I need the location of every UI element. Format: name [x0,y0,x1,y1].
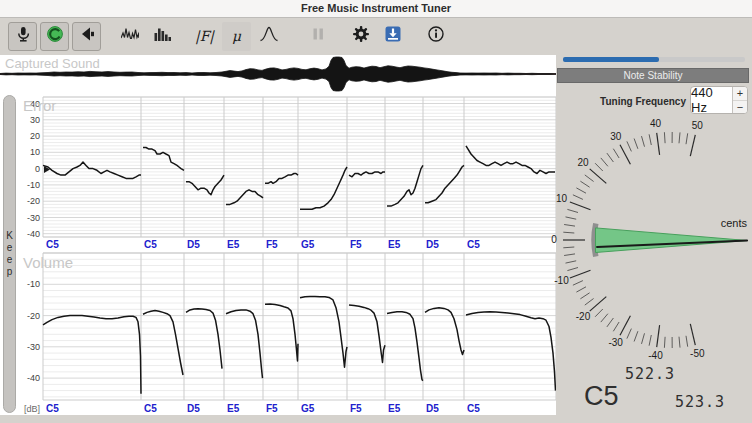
svg-text:-40: -40 [648,350,663,361]
svg-text:-40: -40 [27,229,40,239]
speaker-icon [78,25,96,47]
series-E5 [226,190,263,205]
svg-text:50: 50 [692,120,704,131]
note-stability-header: Note Stability [557,68,749,83]
settings-button[interactable] [346,22,375,51]
note-stability-label: Note Stability [624,70,683,81]
gear-icon [352,25,370,47]
svg-text:-20: -20 [27,196,40,206]
svg-text:-10: -10 [27,279,40,289]
note-label: C5 [46,239,59,250]
cents-gauge: -50-40-30-20-1001020304050cents [546,115,752,367]
series-C5 [43,316,141,394]
svg-text:[dB]: [dB] [24,404,40,414]
series-F5 [349,305,385,363]
svg-text:20: 20 [577,157,589,168]
series-F5 [265,304,298,361]
note-label: E5 [227,403,240,414]
increment-button[interactable]: + [733,87,747,101]
waveform-view-button[interactable] [115,22,144,51]
decrement-button[interactable]: − [733,101,747,114]
note-stability-progress-fill [563,57,659,62]
series-E5 [226,310,263,378]
svg-text:30: 30 [610,131,622,142]
series-C5 [466,312,556,391]
svg-text:-30: -30 [608,337,623,348]
titlebar: Free Music Instrument Tuner [0,0,752,18]
info-icon [427,25,445,47]
fourier-view-button[interactable]: |F| [190,22,219,51]
note-label: C5 [467,239,480,250]
tuner-logo-icon [46,25,64,47]
keep-slider[interactable]: Keep [3,95,16,413]
microphone-button[interactable] [8,22,37,51]
note-label: D5 [187,239,200,250]
svg-text:0: 0 [35,164,40,174]
tuning-frequency-spinbox[interactable]: 440 Hz + − [690,86,748,114]
svg-text:-20: -20 [576,311,591,322]
captured-sound-view: Captured Sound [0,55,556,93]
tuning-frequency-steppers: + − [732,87,747,113]
note-label: C5 [144,403,157,414]
note-label: F5 [350,239,362,250]
note-label: G5 [301,239,315,250]
tuner-toggle-button[interactable] [40,22,69,51]
svg-text:-30: -30 [27,342,40,352]
keep-slider-label: Keep [4,230,15,278]
gauge-unit-label: cents [721,217,748,229]
note-label: D5 [426,403,439,414]
svg-text:Volume: Volume [23,254,73,271]
svg-text:40: 40 [650,118,662,129]
series-C5 [466,146,555,174]
pause-icon [309,25,327,47]
charts-pane: Captured Sound 403020100-10-20-30-40C5C5… [0,55,556,415]
series-D5 [425,165,464,202]
fourier-icon: |F| [195,29,214,43]
svg-text:-20: -20 [27,311,40,321]
microphone-icon [14,25,32,47]
toolbar: |F| μ [0,18,752,54]
detected-note-readout: C5 [584,381,619,412]
error-chart: 403020100-10-20-30-40C5C5D5E5F5G5F5E5D5C… [0,95,556,250]
note-label: F5 [266,403,278,414]
svg-text:10: 10 [30,147,40,157]
svg-text:-10: -10 [27,180,40,190]
speaker-button[interactable] [72,22,101,51]
note-label: E5 [388,403,401,414]
pause-button[interactable] [303,22,332,51]
note-stability-progress [563,57,745,62]
note-label: F5 [266,239,278,250]
tuning-frequency-value[interactable]: 440 Hz [691,87,732,113]
svg-text:-30: -30 [27,213,40,223]
gaussian-view-button[interactable] [254,22,283,51]
note-label: C5 [144,239,157,250]
series-G5 [300,297,347,368]
save-button[interactable] [378,22,407,51]
volume-chart: -10-20-30-40C5C5D5E5F5G5F5E5D5C5[dB]Volu… [0,250,556,415]
window-title: Free Music Instrument Tuner [301,2,451,14]
svg-text:Error: Error [23,97,56,114]
note-label: C5 [467,403,480,414]
histogram-icon [153,25,171,47]
captured-sound-title: Captured Sound [5,56,100,71]
svg-text:10: 10 [556,193,568,204]
gaussian-curve-icon [260,25,278,47]
tuning-frequency-label: Tuning Frequency [556,96,686,107]
svg-text:0: 0 [551,234,557,245]
save-icon [384,25,402,47]
mu-icon: μ [232,29,241,43]
note-label: E5 [388,239,401,250]
svg-text:-40: -40 [27,373,40,383]
note-label: G5 [301,403,315,414]
statistics-view-button[interactable]: μ [222,22,251,51]
tuner-panel: Note Stability Tuning Frequency 440 Hz +… [556,55,752,423]
waveform-icon [121,25,139,47]
series-D5 [425,308,464,355]
note-label: D5 [187,403,200,414]
info-button[interactable] [421,22,450,51]
series-C5 [43,162,141,178]
histogram-view-button[interactable] [147,22,176,51]
svg-text:-50: -50 [690,348,705,359]
stability-wedge [596,228,748,253]
note-label: C5 [46,403,59,414]
